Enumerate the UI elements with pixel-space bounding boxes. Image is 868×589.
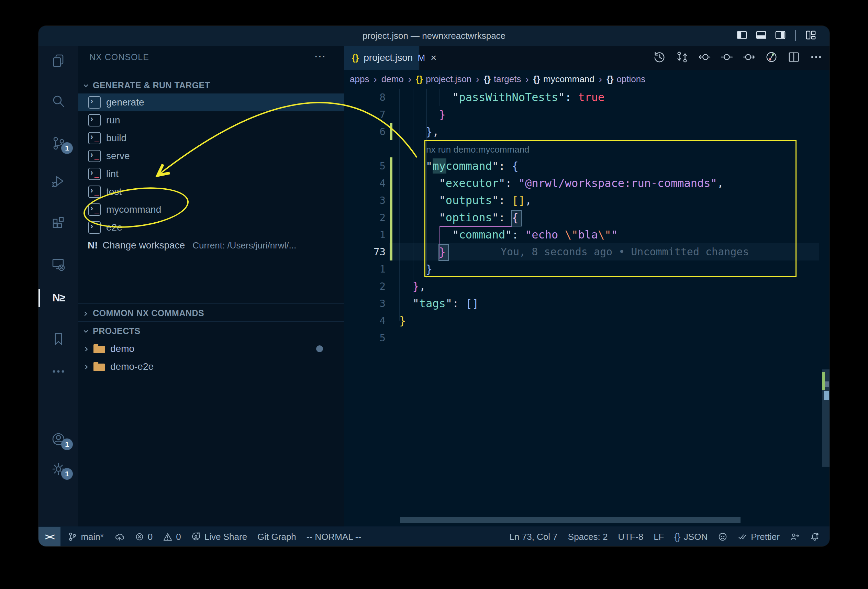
code-line: 6 }, — [344, 123, 830, 140]
breadcrumb-separator: › — [373, 74, 376, 85]
status-label: UTF-8 — [618, 531, 643, 542]
tab-project-json[interactable]: {} project.json M × — [344, 46, 419, 70]
open-changes-icon[interactable] — [720, 50, 733, 65]
breadcrumb: apps›demo›{}project.json›{}targets›{}myc… — [344, 70, 830, 89]
status-git-branch[interactable]: main* — [62, 527, 109, 546]
section-common-nx-commands[interactable]: COMMON NX COMMANDS — [78, 304, 344, 322]
run-target-icon: ›_ — [88, 114, 101, 127]
sidebar-item-run[interactable]: ›_run — [78, 111, 344, 129]
sidebar-more-actions-icon[interactable]: ⋯ — [314, 46, 326, 68]
activity-item-accounts[interactable]: 1 — [38, 430, 78, 450]
activity-item-source-control[interactable]: 1 — [38, 134, 78, 154]
breadcrumb-item-project-json[interactable]: {}project.json — [416, 74, 471, 84]
status-eol[interactable]: LF — [648, 527, 669, 546]
activity-item-search[interactable] — [38, 92, 78, 112]
sidebar-item-generate[interactable]: ›_generate — [78, 93, 344, 111]
sidebar-item-label: generate — [106, 97, 144, 108]
status-live-share[interactable]: Live Share — [186, 527, 252, 546]
split-editor-icon[interactable] — [787, 50, 800, 65]
code-line: 3 "tags": [] — [344, 295, 830, 312]
status-cursor-position[interactable]: Ln 73, Col 7 — [505, 527, 563, 546]
activity-item-nx-console[interactable]: N≥ — [38, 288, 78, 308]
status-label: >< — [45, 531, 54, 542]
breadcrumb-separator: › — [599, 74, 602, 85]
breadcrumb-item-targets[interactable]: {}targets — [484, 74, 521, 84]
folder-icon — [93, 344, 105, 353]
status-bar: ><main*00Live ShareGit Graph-- NORMAL --… — [38, 527, 830, 546]
activity-item-bookmarks[interactable] — [38, 330, 78, 350]
status-sync-status[interactable] — [109, 527, 130, 546]
status-language-mode[interactable]: {}JSON — [669, 527, 713, 546]
timeline-history-icon[interactable] — [653, 50, 666, 65]
annotation-highlight-box — [424, 140, 797, 277]
activity-item-run-and-debug[interactable] — [38, 172, 78, 192]
status-notifications[interactable] — [805, 527, 825, 546]
status-octoface[interactable] — [713, 527, 733, 546]
status-git-graph[interactable]: Git Graph — [252, 527, 301, 546]
warning-triangle-icon — [163, 532, 173, 542]
activity-item-manage[interactable]: 1 — [38, 460, 78, 480]
status-vim-mode[interactable]: -- NORMAL -- — [301, 527, 366, 546]
customize-layout-icon[interactable] — [805, 29, 816, 42]
section-projects[interactable]: PROJECTS — [78, 322, 344, 340]
activity-item-remote-explorer[interactable] — [38, 255, 78, 275]
line-number: 2 — [344, 209, 385, 226]
more-actions-icon[interactable] — [810, 50, 823, 65]
breadcrumb-item-options[interactable]: {}options — [607, 74, 645, 84]
project-item-demo[interactable]: demo — [78, 340, 344, 358]
editor-pane: {} project.json M × apps›demo›{}project.… — [344, 46, 830, 527]
run-and-debug-icon — [50, 173, 66, 190]
toggle-panel-bottom-icon[interactable] — [755, 29, 767, 42]
horizontal-scrollbar[interactable] — [400, 517, 741, 523]
run-target-icon: ›_ — [88, 150, 101, 162]
compare-changes-icon[interactable] — [676, 50, 689, 65]
breadcrumb-item-apps[interactable]: apps — [350, 74, 369, 84]
status-label: -- NORMAL -- — [307, 531, 361, 542]
status-encoding[interactable]: UTF-8 — [613, 527, 648, 546]
status-feedback[interactable] — [785, 527, 805, 546]
commit-graph-icon[interactable] — [765, 50, 778, 65]
toggle-sidebar-right-icon[interactable] — [775, 29, 786, 42]
line-number: 5 — [344, 329, 385, 346]
section-title: GENERATE & RUN TARGET — [93, 80, 210, 90]
nx-logo-icon: N! — [88, 240, 98, 251]
breadcrumb-item-mycommand[interactable]: {}mycommand — [533, 74, 595, 84]
line-number: 73 — [344, 243, 385, 260]
code-editor[interactable]: 8 "passWithNoTests": true7 }6 },nx run d… — [344, 89, 830, 527]
activity-item-more-views[interactable] — [38, 362, 78, 382]
sidebar-item-serve[interactable]: ›_serve — [78, 147, 344, 165]
status-indentation[interactable]: Spaces: 2 — [563, 527, 613, 546]
breadcrumb-label: apps — [350, 74, 369, 84]
toggle-sidebar-left-icon[interactable] — [736, 29, 748, 42]
sidebar-item-build[interactable]: ›_build — [78, 129, 344, 147]
status-problems-warnings[interactable]: 0 — [158, 527, 186, 546]
sidebar-pane-header: NX CONSOLE ⋯ — [78, 46, 344, 68]
sidebar-item-lint[interactable]: ›_lint — [78, 165, 344, 183]
status-formatter-prettier[interactable]: Prettier — [733, 527, 785, 546]
gutter-modified-indicator — [390, 157, 393, 174]
close-tab-icon[interactable]: × — [431, 52, 437, 63]
line-number: 7 — [344, 106, 385, 123]
folder-icon — [93, 362, 105, 371]
status-remote-indicator[interactable]: >< — [38, 527, 61, 546]
status-problems-errors[interactable]: 0 — [130, 527, 158, 546]
previous-change-icon[interactable] — [698, 50, 711, 65]
error-circle-icon — [135, 532, 144, 542]
breadcrumb-item-demo[interactable]: demo — [381, 74, 404, 84]
project-item-demo-e2e[interactable]: demo-e2e — [78, 358, 344, 376]
cloud-upload-icon — [114, 531, 124, 542]
sidebar-item-change-workspace[interactable]: N!Change workspaceCurrent: /Users/juri/n… — [78, 236, 344, 254]
status-label: Git Graph — [257, 531, 296, 542]
activity-item-explorer[interactable] — [38, 52, 78, 71]
code-text: } — [399, 312, 406, 329]
activity-item-extensions[interactable] — [38, 214, 78, 234]
run-target-icon: ›_ — [88, 132, 101, 144]
bookmarks-icon — [50, 331, 66, 348]
double-check-icon — [738, 532, 747, 542]
breadcrumb-label: targets — [494, 74, 521, 84]
project-label: demo-e2e — [110, 361, 154, 372]
braces-icon: {} — [416, 74, 423, 84]
titlebar-separator — [795, 30, 796, 41]
next-change-icon[interactable] — [743, 50, 756, 65]
section-generate-run-target[interactable]: GENERATE & RUN TARGET — [78, 76, 344, 94]
